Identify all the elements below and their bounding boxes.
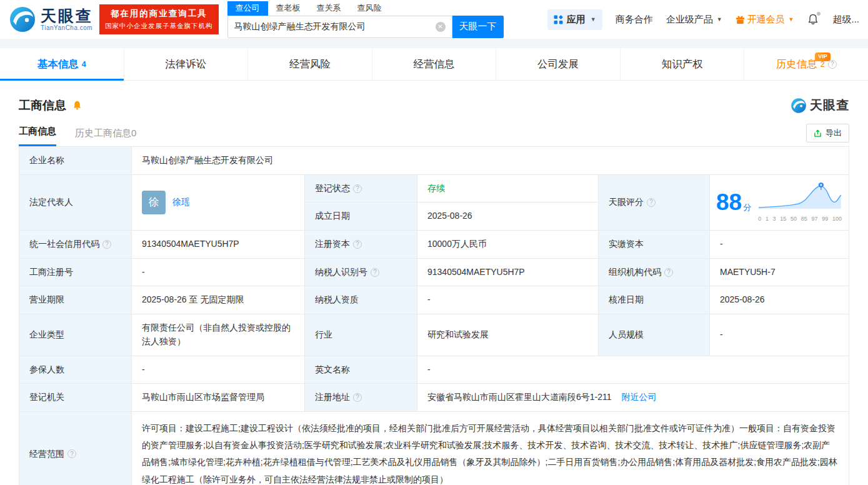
notification-bell[interactable] <box>807 13 819 26</box>
table-row: 企业类型 有限责任公司（非自然人投资或控股的法人独资） 行业 研究和试验发展 人… <box>19 314 849 356</box>
search-area: 查公司 查老板 查关系 查风险 ✕ 天眼一下 <box>227 1 504 38</box>
value-company-type: 有限责任公司（非自然人投资或控股的法人独资） <box>132 314 305 356</box>
page-divider <box>0 39 868 48</box>
label-company-name: 企业名称 <box>19 147 132 175</box>
value-reg-authority: 马鞍山市雨山区市场监督管理局 <box>132 384 305 412</box>
search-tab-risk[interactable]: 查风险 <box>349 1 390 16</box>
value-org-code: MAETYU5H-7 <box>710 258 849 286</box>
score-distribution-chart: 0131550859799100 <box>757 181 842 224</box>
chevron-down-icon: ▼ <box>591 16 596 22</box>
label-business-scope: 经营范围? <box>19 411 132 485</box>
label-company-type: 企业类型 <box>19 314 132 356</box>
subtab-history-business-info[interactable]: 历史工商信息0 <box>75 128 136 146</box>
chevron-down-icon: ▼ <box>717 16 722 22</box>
help-icon[interactable]: ? <box>353 240 362 249</box>
score-axis: 0131550859799100 <box>757 215 842 224</box>
help-icon[interactable]: ? <box>828 60 837 69</box>
section-header: 工商信息 天眼查 <box>19 97 849 114</box>
search-tabs: 查公司 查老板 查关系 查风险 <box>227 1 504 16</box>
score-cell[interactable]: 88分 0131550859799100 <box>710 174 849 230</box>
help-icon[interactable]: ? <box>371 268 379 277</box>
value-reg-status: 存续 <box>417 174 599 202</box>
value-industry: 研究和试验发展 <box>417 314 599 356</box>
label-taxpayer-quality: 纳税人资质 <box>305 286 417 314</box>
value-paid-capital: - <box>710 231 849 259</box>
subtab-business-info[interactable]: 工商信息 <box>19 126 56 146</box>
label-legal-rep: 法定代表人 <box>19 174 132 230</box>
label-approval-date: 核准日期 <box>599 286 710 314</box>
menu-enterprise[interactable]: 企业级产品 ▼ <box>666 14 722 26</box>
avatar[interactable]: 徐 <box>142 191 166 214</box>
table-row: 统一社会信用代码? 91340504MAETYU5H7P 注册资本? 10000… <box>19 231 849 259</box>
header-menu: 应用 ▼ 商务合作 企业级产品 ▼ 开通会员 ▼ 超级... <box>547 9 859 30</box>
watermark-brand: 天眼查 <box>791 97 849 114</box>
value-establish-date: 2025-08-26 <box>417 202 599 231</box>
menu-open-vip[interactable]: 开通会员 ▼ <box>736 14 794 26</box>
table-row: 工商注册号 - 纳税人识别号? 91340504MAETYU5H7P 组织机构代… <box>19 258 849 286</box>
label-business-term: 营业期限 <box>19 286 132 314</box>
tab-legal-litigation[interactable]: 法律诉讼 <box>124 48 248 80</box>
brand-text: 天眼查 <box>810 97 849 114</box>
vip-badge: VIP <box>815 52 831 61</box>
table-row: 登记机关 马鞍山市雨山区市场监督管理局 注册地址? 安徽省马鞍山市雨山区霍里山大… <box>19 384 849 412</box>
search-box: ✕ 天眼一下 <box>227 16 504 38</box>
label-reg-authority: 登记机关 <box>19 384 132 412</box>
label-staff-size: 人员规模 <box>599 314 710 356</box>
legal-rep-link[interactable]: 徐瑶 <box>172 196 190 209</box>
table-row: 法定代表人 徐 徐瑶 登记状态? 存续 天眼评分? 88分 <box>19 174 849 202</box>
promo-line1: 都在用的商业查询工具 <box>105 8 213 21</box>
value-staff-size: - <box>710 314 849 356</box>
label-establish-date: 成立日期 <box>305 202 417 231</box>
score-unit: 分 <box>743 202 751 212</box>
export-button[interactable]: 导出 <box>806 124 849 142</box>
menu-cooperation[interactable]: 商务合作 <box>616 14 653 26</box>
apps-menu-label: 应用 <box>567 14 586 26</box>
tab-intellectual-property[interactable]: 知识产权 <box>620 48 744 80</box>
help-icon[interactable]: ? <box>102 240 111 249</box>
help-icon[interactable]: ? <box>353 184 362 193</box>
tianyancha-logo-icon <box>9 6 36 33</box>
value-business-scope: 许可项目：建设工程施工;建设工程设计（依法须经批准的项目，经相关部门批准后方可开… <box>132 411 849 485</box>
label-org-code: 组织机构代码? <box>599 258 710 286</box>
section-title: 工商信息 <box>19 98 66 114</box>
tab-company-development[interactable]: 公司发展 <box>496 48 620 80</box>
notification-dot <box>817 12 821 16</box>
apps-menu-button[interactable]: 应用 ▼ <box>547 9 602 30</box>
score-value: 88 <box>716 189 742 215</box>
top-header: 天眼查 TianYanCha.com 都在用的商业查询工具 国家中小企业发展子基… <box>0 0 868 39</box>
value-reg-capital: 10000万人民币 <box>417 231 599 259</box>
table-row: 营业期限 2025-08-26 至 无固定期限 纳税人资质 - 核准日期 202… <box>19 286 849 314</box>
tianyancha-logo[interactable]: 天眼查 TianYanCha.com <box>9 6 93 33</box>
logo-title: 天眼查 <box>41 8 93 25</box>
search-button[interactable]: 天眼一下 <box>452 16 504 38</box>
label-industry: 行业 <box>305 314 417 356</box>
monitor-bell-icon[interactable] <box>72 100 82 111</box>
promo-line2: 国家中小企业发展子基金旗下机构 <box>105 21 213 31</box>
help-icon[interactable]: ? <box>664 268 673 277</box>
label-credit-code: 统一社会信用代码? <box>19 231 132 259</box>
value-company-name: 马鞍山创绿产融生态开发有限公司 <box>132 147 849 175</box>
search-tab-boss[interactable]: 查老板 <box>268 1 309 16</box>
menu-super-vip[interactable]: 超级... <box>832 14 859 26</box>
tab-operation-risk[interactable]: 经营风险 <box>247 48 372 80</box>
nearby-companies-link[interactable]: 附近公司 <box>621 392 656 402</box>
tab-operation-info[interactable]: 经营信息 <box>372 48 496 80</box>
promo-banner: 都在用的商业查询工具 国家中小企业发展子基金旗下机构 <box>99 4 219 34</box>
clear-icon[interactable]: ✕ <box>436 22 446 32</box>
value-approval-date: 2025-08-26 <box>710 286 849 314</box>
search-input[interactable] <box>234 22 436 32</box>
label-reg-capital: 注册资本? <box>305 231 417 259</box>
table-row: 经营范围? 许可项目：建设工程施工;建设工程设计（依法须经批准的项目，经相关部门… <box>19 411 849 485</box>
help-icon[interactable]: ? <box>67 449 76 458</box>
tab-basic-info[interactable]: 基本信息 4 <box>0 48 124 80</box>
help-icon[interactable]: ? <box>647 198 656 207</box>
score-sparkline <box>757 181 842 210</box>
help-icon[interactable]: ? <box>353 393 362 402</box>
value-reg-address: 安徽省马鞍山市雨山区霍里山大道南段6号1-211 附近公司 <box>417 384 849 412</box>
tab-history-info[interactable]: 历史信息 2 ? VIP <box>744 48 868 80</box>
tianyancha-brand-icon <box>791 98 807 114</box>
value-credit-code: 91340504MAETYU5H7P <box>132 231 305 259</box>
search-tab-relation[interactable]: 查关系 <box>309 1 349 16</box>
label-reg-status: 登记状态? <box>305 174 417 202</box>
search-tab-company[interactable]: 查公司 <box>227 1 268 16</box>
